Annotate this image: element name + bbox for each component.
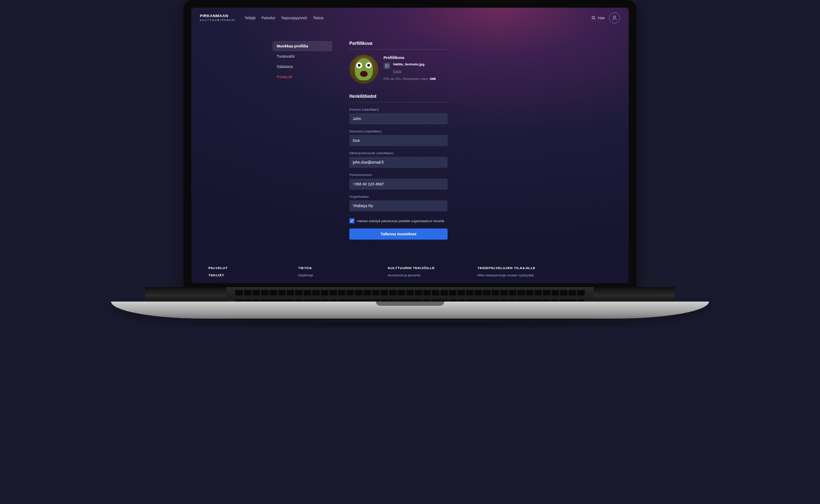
nav-links: Tekijät Palvelut Tarjouspyynnöt Tietoa	[245, 16, 324, 20]
file-row: Valittu_tiedosto.jpg Poista	[384, 62, 436, 74]
laptop-shadow	[115, 320, 705, 329]
nav-tarjouspyynnot[interactable]: Tarjouspyynnöt	[281, 16, 307, 20]
avatar-row: Profiilikuva Valittu_tiedosto.jpg Poist	[349, 55, 448, 84]
footer-taidepalvelujen-tilaajille: TAIDEPALVELUJEN TILAAJILLE	[477, 266, 536, 270]
search-icon	[592, 16, 596, 20]
file-hint-prefix: PNG tai JPG. Tiedostokoko maks:	[384, 77, 430, 80]
firstname-input[interactable]	[349, 113, 448, 124]
sidenav-tuotevahti[interactable]: Tuotevahti	[272, 51, 332, 62]
profile-menu-button[interactable]	[609, 12, 620, 23]
organization-label: Organisaatio	[349, 195, 448, 199]
search-link[interactable]: Hae	[592, 16, 605, 20]
file-hint: PNG tai JPG. Tiedostokoko maks: 1MB	[384, 77, 436, 80]
top-nav-right: Hae	[592, 12, 620, 23]
phone-label: Puhelinnumero	[349, 173, 448, 177]
app-screen: PIRKANMAAN KULTTUURIPANKKI Tekijät Palve…	[191, 8, 629, 283]
lastname-input[interactable]	[349, 135, 448, 146]
email-input[interactable]	[349, 157, 448, 168]
footer-avustukset[interactable]: Avustukset ja apurahat	[388, 273, 443, 277]
laptop-base	[111, 302, 709, 319]
svg-point-2	[614, 16, 616, 18]
laptop-notch	[376, 302, 444, 306]
user-icon	[612, 15, 618, 21]
sidenav-edit-profile[interactable]: Muokkaa profiilia	[272, 41, 332, 51]
svg-point-4	[386, 65, 387, 66]
footer-palvelut[interactable]: PALVELUT	[208, 266, 264, 270]
image-file-icon	[384, 62, 390, 69]
org-name-checkbox-row[interactable]: Haluan esiintyä palvelussa pelkällä orga…	[349, 218, 448, 223]
avatar-info: Profiilikuva Valittu_tiedosto.jpg Poist	[384, 55, 436, 84]
footer-miten-taidepalveluja[interactable]: Miten taidepalveluja voidaan hyödyntää	[477, 273, 536, 277]
brand-line1: PIRKANMAAN	[200, 14, 228, 18]
svg-line-1	[594, 18, 596, 20]
top-nav: PIRKANMAAN KULTTUURIPANKKI Tekijät Palve…	[191, 8, 629, 28]
avatar-illustration	[355, 58, 373, 80]
laptop-lid: PIRKANMAAN KULTTUURIPANKKI Tekijät Palve…	[184, 0, 636, 290]
laptop-mockup: PIRKANMAAN KULTTUURIPANKKI Tekijät Palve…	[111, 0, 709, 329]
footer-kayttoohje[interactable]: Käyttöohje	[298, 273, 354, 277]
footer-col-2: TIETOA Käyttöohje	[298, 266, 354, 281]
brand-logo[interactable]: PIRKANMAAN KULTTUURIPANKKI	[200, 14, 236, 22]
nav-tietoa[interactable]: Tietoa	[313, 16, 324, 20]
lastname-label: Sukunimi (vaaditaan)	[349, 129, 448, 133]
svg-point-0	[592, 16, 595, 19]
footer-tietoa: TIETOA	[298, 266, 354, 270]
check-icon	[350, 219, 354, 223]
section-personal-info-title: Henkilötiedot	[349, 94, 448, 103]
footer-tekijat[interactable]: TEKIJÄT	[208, 273, 264, 277]
email-label: Sähköpostiosoite (vaaditaan)	[349, 151, 448, 155]
footer-kulttuurin-tekijoille: KULTTUURIN TEKIJÖILLE	[388, 266, 443, 270]
phone-input[interactable]	[349, 179, 448, 190]
selected-filename: Valittu_tiedosto.jpg	[393, 62, 425, 66]
save-button[interactable]: Tallenna muutokset	[349, 229, 448, 240]
settings-sidenav: Muokkaa profiilia Tuotevahti Salasana Po…	[272, 41, 332, 240]
nav-palvelut[interactable]: Palvelut	[261, 16, 275, 20]
footer-col-1: PALVELUT TEKIJÄT	[208, 266, 264, 281]
search-label: Hae	[597, 16, 605, 20]
organization-input[interactable]	[349, 200, 448, 211]
section-profile-picture-title: Porfiilikuva	[349, 41, 448, 50]
nav-tekijat[interactable]: Tekijät	[245, 16, 256, 20]
sidenav-salasana[interactable]: Salasana	[272, 62, 332, 72]
org-name-checkbox[interactable]	[349, 218, 354, 223]
avatar-preview[interactable]	[349, 55, 378, 84]
delete-file-link[interactable]: Poista	[393, 70, 401, 73]
avatar-label: Profiilikuva	[384, 56, 436, 60]
footer: PALVELUT TEKIJÄT TIETOA Käyttöohje KULTT…	[191, 257, 629, 281]
sidenav-delete-account[interactable]: Poista tili	[272, 72, 332, 82]
content-column: Porfiilikuva Profiilikuva	[349, 41, 448, 240]
footer-col-4: TAIDEPALVELUJEN TILAAJILLE Miten taidepa…	[477, 266, 536, 281]
org-name-checkbox-label: Haluan esiintyä palvelussa pelkällä orga…	[357, 219, 444, 223]
footer-col-3: KULTTUURIN TEKIJÖILLE Avustukset ja apur…	[388, 266, 443, 281]
main-layout: Muokkaa profiilia Tuotevahti Salasana Po…	[191, 28, 629, 248]
firstname-label: Etunimi (vaaditaan)	[349, 108, 448, 111]
file-hint-max: 1MB	[430, 77, 436, 80]
brand-line2: KULTTUURIPANKKI	[200, 19, 236, 21]
